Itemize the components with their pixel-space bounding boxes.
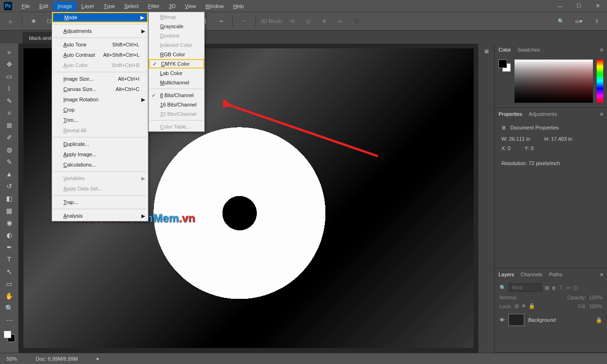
menu-item-calculations-[interactable]: Calculations...: [52, 159, 148, 170]
status-chevron-icon[interactable]: ▸: [97, 356, 100, 362]
blend-mode-select[interactable]: Normal: [499, 295, 516, 300]
layer-filter-input[interactable]: [509, 283, 542, 292]
3d-pan-icon[interactable]: ✥: [318, 15, 331, 28]
heal-tool[interactable]: ◍: [2, 144, 16, 155]
filter-type-icon[interactable]: T: [560, 285, 563, 290]
frame-tool[interactable]: ⊠: [2, 120, 16, 131]
menu-item-auto-tone[interactable]: Auto ToneShift+Ctrl+L: [52, 39, 148, 50]
mode-rgb-color[interactable]: RGB Color: [149, 50, 204, 59]
tab-layers[interactable]: Layers: [499, 272, 514, 277]
filter-adjust-icon[interactable]: ◐: [552, 285, 557, 291]
share-icon[interactable]: ⇪: [590, 15, 603, 28]
crop-tool[interactable]: ⌗: [2, 107, 16, 119]
edit-toolbar-icon[interactable]: ⋯: [2, 315, 16, 326]
lock-pixels-icon[interactable]: ⊞: [515, 303, 519, 309]
maximize-button[interactable]: ☐: [569, 0, 588, 12]
menu-item-mode[interactable]: Mode▶: [52, 12, 148, 23]
menu-item-adjustments[interactable]: Adjustments▶: [52, 26, 148, 36]
visibility-icon[interactable]: 👁: [499, 317, 505, 323]
toolbar-collapse-icon[interactable]: »: [2, 46, 16, 58]
tab-paths[interactable]: Paths: [549, 272, 562, 277]
lasso-tool[interactable]: ⌇: [2, 83, 16, 94]
blur-tool[interactable]: ◉: [2, 217, 16, 228]
3d-roll-icon[interactable]: ◎: [302, 15, 315, 28]
hand-tool[interactable]: ✋: [2, 290, 16, 302]
eraser-tool[interactable]: ◧: [2, 193, 16, 204]
color-fg-bg[interactable]: [499, 60, 511, 72]
menu-item-analysis[interactable]: Analysis▶: [52, 211, 148, 221]
mode--bits-channel[interactable]: ✓8 Bits/Channel: [149, 91, 204, 100]
menu-select[interactable]: Select: [120, 1, 144, 11]
tab-channels[interactable]: Channels: [521, 272, 542, 277]
menu-item-apply-image-[interactable]: Apply Image...: [52, 149, 148, 159]
marquee-tool[interactable]: ▭: [2, 71, 16, 82]
dodge-tool[interactable]: ◐: [2, 229, 16, 241]
workspace-icon[interactable]: ▭▾: [572, 15, 585, 28]
quick-select-tool[interactable]: ✎: [2, 95, 16, 106]
menu-item-image-rotation[interactable]: Image Rotation▶: [52, 94, 148, 105]
zoom-level[interactable]: 50%: [7, 356, 17, 362]
mode-multichannel[interactable]: Multichannel: [149, 78, 204, 87]
menu-item-image-size-[interactable]: Image Size...Alt+Ctrl+I: [52, 74, 148, 84]
collapsed-panel-dock[interactable]: ⊞: [478, 44, 494, 353]
lock-all-icon[interactable]: 🔒: [529, 303, 535, 309]
history-brush-tool[interactable]: ↺: [2, 181, 16, 192]
more-icon[interactable]: ⋯: [238, 15, 251, 28]
menu-item-trap-[interactable]: Trap...: [52, 197, 148, 207]
menu-type[interactable]: Type: [99, 1, 120, 11]
path-tool[interactable]: ↖: [2, 266, 16, 277]
type-tool[interactable]: T: [2, 254, 16, 265]
tab-properties[interactable]: Properties: [499, 111, 522, 117]
filter-pixel-icon[interactable]: ▦: [545, 285, 549, 291]
menu-item-canvas-size-[interactable]: Canvas Size...Alt+Ctrl+C: [52, 84, 148, 94]
menu-filter[interactable]: Filter: [143, 1, 164, 11]
menu-item-auto-contrast[interactable]: Auto ContrastAlt+Shift+Ctrl+L: [52, 50, 148, 60]
brush-tool[interactable]: ✎: [2, 156, 16, 167]
menu-help[interactable]: Help: [229, 1, 249, 11]
eyedropper-tool[interactable]: ✐: [2, 132, 16, 143]
menu-item-crop[interactable]: Crop: [52, 105, 148, 115]
search-icon[interactable]: 🔍: [554, 15, 568, 28]
distribute-v-icon[interactable]: ┅: [215, 15, 228, 28]
minimize-button[interactable]: —: [551, 0, 569, 12]
menu-window[interactable]: Window: [201, 1, 229, 11]
color-spectrum[interactable]: [515, 60, 593, 103]
hue-slider[interactable]: [597, 60, 603, 103]
fill-value[interactable]: 100%: [589, 303, 602, 309]
mode--bits-channel[interactable]: 16 Bits/Channel: [149, 100, 204, 109]
menu-item-duplicate-[interactable]: Duplicate...: [52, 139, 148, 149]
panel-menu-icon[interactable]: ≡: [600, 272, 603, 277]
panel-menu-icon[interactable]: ≡: [600, 111, 603, 117]
menu-edit[interactable]: Edit: [35, 1, 53, 11]
menu-image[interactable]: Image: [53, 1, 77, 11]
shape-tool[interactable]: ▭: [2, 278, 16, 289]
tab-swatches[interactable]: Swatches: [517, 47, 540, 53]
menu-file[interactable]: File: [17, 1, 35, 11]
opacity-value[interactable]: 100%: [589, 295, 602, 300]
mode-lab-color[interactable]: Lab Color: [149, 68, 204, 78]
zoom-tool[interactable]: 🔍: [2, 303, 16, 314]
lock-position-icon[interactable]: ✥: [522, 303, 526, 309]
mode-cmyk-color[interactable]: ✓CMYK Color: [149, 59, 204, 68]
layer-row[interactable]: 👁 Background 🔒: [499, 312, 602, 328]
pen-tool[interactable]: ✒: [2, 242, 16, 253]
close-button[interactable]: ✕: [588, 0, 607, 12]
menu-3d[interactable]: 3D: [164, 1, 180, 11]
menu-view[interactable]: View: [180, 1, 201, 11]
color-swatches[interactable]: [4, 331, 15, 342]
move-tool[interactable]: ✥: [2, 59, 16, 70]
tab-color[interactable]: Color: [499, 47, 511, 53]
filter-smart-icon[interactable]: ◫: [573, 285, 578, 291]
menu-item-trim-[interactable]: Trim...: [52, 115, 148, 125]
menu-layer[interactable]: Layer: [77, 1, 99, 11]
gradient-tool[interactable]: ▦: [2, 205, 16, 216]
3d-zoom-icon[interactable]: 🎥: [350, 15, 363, 28]
move-tool-icon[interactable]: ✥: [27, 15, 40, 28]
tab-adjustments[interactable]: Adjustments: [529, 111, 557, 117]
panel-menu-icon[interactable]: ≡: [600, 47, 603, 53]
3d-slide-icon[interactable]: ⇔: [334, 15, 347, 28]
3d-orbit-icon[interactable]: ⟲: [286, 15, 299, 28]
home-icon[interactable]: ⌂: [4, 15, 17, 28]
stamp-tool[interactable]: ▲: [2, 168, 16, 180]
filter-shape-icon[interactable]: ▭: [566, 285, 570, 291]
